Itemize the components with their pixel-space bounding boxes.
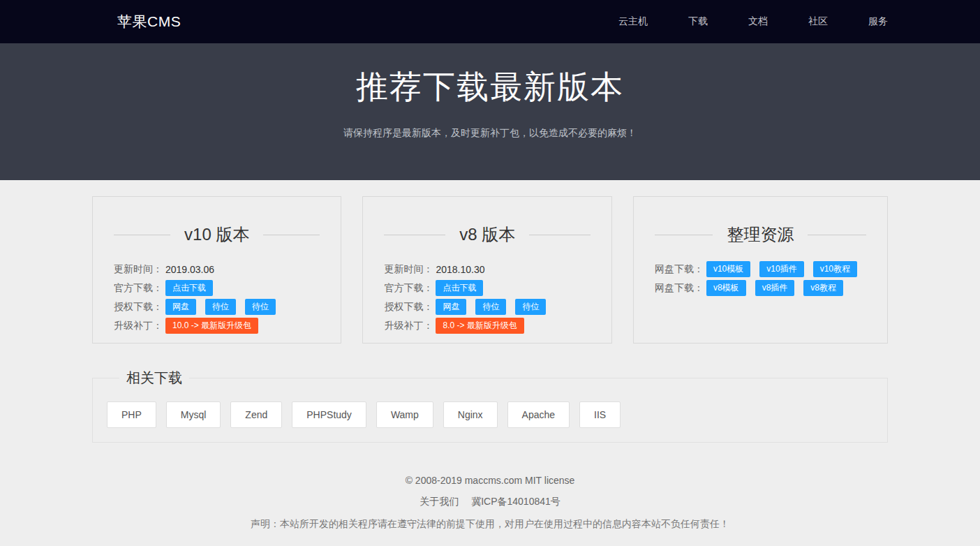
disclaimer-line: 声明：本站所开发的相关程序请在遵守法律的前提下使用，对用户在使用过程中的信息内容… [92, 518, 888, 531]
card-row: 更新时间：2018.10.30 [384, 261, 590, 277]
title-line [655, 235, 713, 235]
v10-plugins-button[interactable]: v10插件 [759, 261, 803, 277]
v8-official-download-button[interactable]: 点击下载 [436, 280, 483, 296]
download-cards: v10 版本更新时间：2019.03.06官方下载：点击下载授权下载：网盘待位待… [92, 196, 888, 344]
nav-item-cloud-host[interactable]: 云主机 [618, 15, 648, 28]
row-value: 2019.03.06 [165, 264, 214, 275]
card-title-text: v10 版本 [184, 223, 249, 246]
card-v10-version: v10 版本更新时间：2019.03.06官方下载：点击下载授权下载：网盘待位待… [92, 196, 341, 344]
main-content: v10 版本更新时间：2019.03.06官方下载：点击下载授权下载：网盘待位待… [92, 196, 888, 546]
v8-upgrade-patch-button[interactable]: 8.0 -> 最新版升级包 [436, 318, 524, 334]
card-title-text: v8 版本 [459, 223, 515, 246]
nav-item-docs[interactable]: 文档 [748, 15, 768, 28]
card-row: 网盘下载：v10模板v10插件v10教程 [655, 261, 866, 277]
title-line [808, 235, 866, 235]
row-label: 更新时间： [114, 263, 163, 276]
card-title: 整理资源 [655, 223, 866, 246]
v10-netdisk-button[interactable]: 网盘 [165, 299, 196, 315]
nav-item-download[interactable]: 下载 [688, 15, 708, 28]
nginx-button[interactable]: Nginx [443, 401, 498, 428]
v10-tutorials-button[interactable]: v10教程 [813, 261, 857, 277]
about-link[interactable]: 关于我们 [420, 496, 459, 507]
nav-item-community[interactable]: 社区 [808, 15, 828, 28]
row-label: 授权下载： [384, 301, 433, 313]
card-row: 官方下载：点击下载 [384, 280, 590, 296]
related-downloads-section: 相关下载 PHPMysqlZendPHPStudyWampNginxApache… [92, 369, 888, 443]
row-label: 授权下载： [114, 301, 163, 313]
v8-plugins-button[interactable]: v8插件 [755, 280, 795, 296]
v10-official-download-button[interactable]: 点击下载 [165, 280, 213, 296]
apache-button[interactable]: Apache [507, 401, 570, 428]
mysql-button[interactable]: Mysql [166, 401, 221, 428]
footer: © 2008-2019 maccms.com MIT license 关于我们冀… [92, 475, 888, 546]
title-line [529, 235, 591, 235]
hero-banner: 推荐下载最新版本 请保持程序是最新版本，及时更新补丁包，以免造成不必要的麻烦！ [0, 43, 980, 180]
wamp-button[interactable]: Wamp [376, 401, 433, 428]
card-title: v8 版本 [384, 223, 590, 246]
icp-link[interactable]: 冀ICP备14010841号 [471, 496, 560, 507]
v10-templates-button[interactable]: v10模板 [706, 261, 750, 277]
row-label: 更新时间： [384, 263, 433, 276]
v8-slot-1-button[interactable]: 待位 [475, 299, 506, 315]
row-label: 升级补丁： [114, 320, 163, 332]
v8-tutorials-button[interactable]: v8教程 [803, 280, 843, 296]
v8-netdisk-button[interactable]: 网盘 [436, 299, 466, 315]
card-row: 升级补丁：10.0 -> 最新版升级包 [114, 318, 320, 334]
phpstudy-button[interactable]: PHPStudy [292, 401, 366, 428]
nav-menu: 云主机下载文档社区服务 [578, 15, 888, 28]
v10-slot-1-button[interactable]: 待位 [205, 299, 236, 315]
card-row: 更新时间：2019.03.06 [114, 261, 320, 277]
hero-title: 推荐下载最新版本 [0, 43, 980, 109]
v10-upgrade-patch-button[interactable]: 10.0 -> 最新版升级包 [165, 318, 258, 334]
card-title-text: 整理资源 [727, 223, 794, 246]
v8-slot-2-button[interactable]: 待位 [515, 299, 546, 315]
title-line [263, 235, 320, 235]
legal-line: 关于我们冀ICP备14010841号 [92, 496, 888, 508]
row-label: 网盘下载： [655, 263, 704, 276]
copyright-line: © 2008-2019 maccms.com MIT license [92, 475, 888, 486]
card-row: 官方下载：点击下载 [114, 280, 320, 296]
row-label: 网盘下载： [655, 282, 704, 295]
v10-slot-2-button[interactable]: 待位 [245, 299, 276, 315]
navbar: 苹果CMS 云主机下载文档社区服务 [0, 0, 980, 43]
card-resources: 整理资源网盘下载：v10模板v10插件v10教程网盘下载：v8模板v8插件v8教… [633, 196, 888, 344]
row-label: 官方下载： [114, 282, 163, 295]
row-label: 升级补丁： [384, 320, 433, 332]
php-button[interactable]: PHP [107, 401, 156, 428]
navbar-inner: 苹果CMS 云主机下载文档社区服务 [92, 0, 888, 43]
related-buttons-row: PHPMysqlZendPHPStudyWampNginxApacheIIS [107, 401, 873, 428]
title-line [384, 235, 445, 235]
related-downloads-title: 相关下载 [119, 369, 189, 388]
iis-button[interactable]: IIS [579, 401, 621, 428]
row-value: 2018.10.30 [436, 264, 484, 275]
title-line [114, 235, 170, 235]
v8-templates-button[interactable]: v8模板 [706, 280, 746, 296]
site-logo[interactable]: 苹果CMS [117, 12, 181, 31]
row-label: 官方下载： [384, 282, 433, 295]
card-row: 网盘下载：v8模板v8插件v8教程 [655, 280, 866, 296]
nav-item-service[interactable]: 服务 [868, 15, 888, 28]
zend-button[interactable]: Zend [230, 401, 282, 428]
card-row: 授权下载：网盘待位待位 [114, 299, 320, 315]
card-title: v10 版本 [114, 223, 320, 246]
card-row: 升级补丁：8.0 -> 最新版升级包 [384, 318, 590, 334]
hero-subtitle: 请保持程序是最新版本，及时更新补丁包，以免造成不必要的麻烦！ [0, 127, 980, 140]
card-v8-version: v8 版本更新时间：2018.10.30官方下载：点击下载授权下载：网盘待位待位… [362, 196, 611, 344]
card-row: 授权下载：网盘待位待位 [384, 299, 590, 315]
